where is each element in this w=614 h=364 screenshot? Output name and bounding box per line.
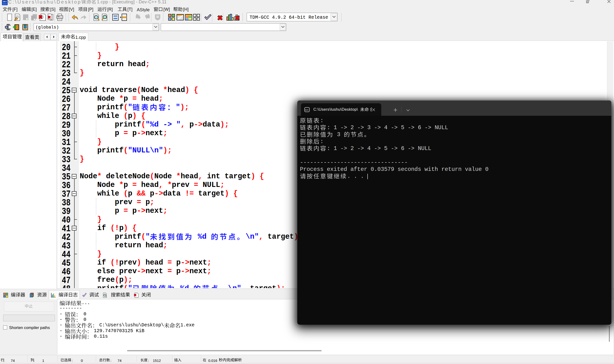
svg-text:DEV: DEV — [3, 0, 7, 3]
svg-text:C++: C++ — [3, 3, 6, 5]
svg-text:C:\: C:\ — [305, 109, 308, 111]
